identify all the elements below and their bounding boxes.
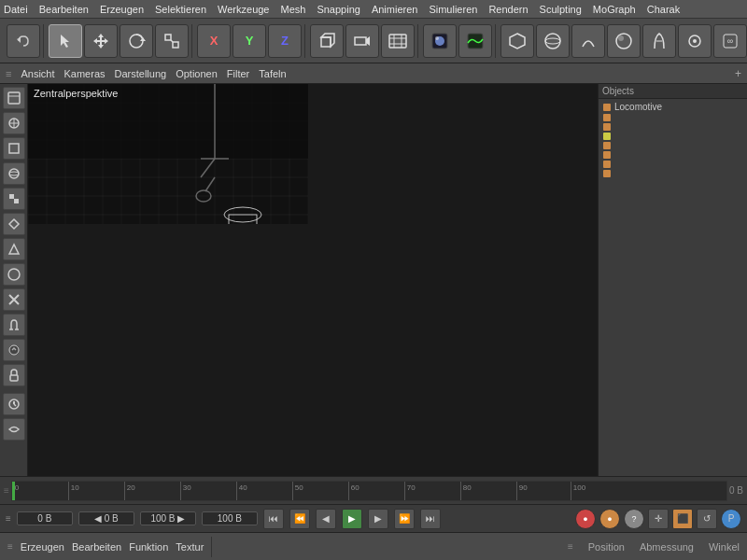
deform-tool[interactable] [571,24,605,58]
render-view[interactable] [458,24,492,58]
ruler-mark-100: 100 [571,482,585,500]
bottom-toolbar: ≡ Erzeugen Bearbeiten Funktion Textur ≡ … [0,532,747,560]
scale-tool[interactable] [155,24,189,58]
axis-x-button[interactable]: X [197,24,231,58]
timeline-ruler[interactable]: 0 10 20 30 40 50 60 70 80 90 100 [11,481,727,501]
left-scale[interactable] [3,162,25,185]
play-button[interactable]: ▶ [342,509,362,529]
list-item[interactable] [600,150,745,160]
create-group [307,24,418,58]
prev-key-button[interactable]: ◀ [316,509,336,529]
bottom-right-grip: ≡ [568,541,573,552]
svg-rect-6 [321,37,331,47]
list-item[interactable]: Locomotive [600,101,745,113]
frame-current[interactable]: 0 B [17,511,73,525]
rotate-tool[interactable] [120,24,153,58]
next-key-button[interactable]: ▶ [368,509,388,529]
left-tool11[interactable] [3,339,25,361]
render-button[interactable] [423,24,457,58]
menu-snapping[interactable]: Snapping [317,4,360,15]
list-item[interactable] [600,169,745,178]
loop-button[interactable]: ↺ [697,509,717,529]
prev-frame-button[interactable]: ⏪ [289,509,310,529]
bottom-bearbeiten[interactable]: Bearbeiten [72,541,121,553]
material-tool[interactable] [607,24,641,58]
view-tafeln[interactable]: Tafeln [259,68,286,79]
menu-erzeugen[interactable]: Erzeugen [100,4,144,15]
left-tool13[interactable] [3,393,25,415]
axis-y-button[interactable]: Y [233,24,266,58]
next-frame-button[interactable]: ⏩ [394,509,415,529]
key-button[interactable]: ⬛ [672,509,693,529]
view-expand[interactable]: + [735,67,741,80]
left-tool8[interactable] [3,263,25,286]
list-item[interactable] [600,122,745,132]
hair-tool[interactable] [642,24,676,58]
list-item[interactable] [600,132,745,141]
view-optionen[interactable]: Optionen [176,68,218,79]
frame-end[interactable]: 100 B ▶ [140,511,196,525]
menu-selektieren[interactable]: Selektieren [155,4,206,15]
move-tool[interactable] [84,24,118,58]
viewport[interactable]: Zentralperspektive [28,84,598,476]
menu-simulieren[interactable]: Simulieren [429,4,477,15]
bottom-erzeugen[interactable]: Erzeugen [21,541,64,553]
select-tool[interactable] [49,24,82,58]
move-gizmo-button[interactable]: ✛ [648,509,669,529]
frame-start[interactable]: ◀ 0 B [78,511,134,525]
left-tool9[interactable] [3,288,25,311]
view-darstellung[interactable]: Darstellung [115,68,167,79]
menu-bearbeiten[interactable]: Bearbeiten [39,4,89,15]
list-item[interactable] [600,160,745,169]
svg-point-23 [693,39,697,43]
obj-color-dot [603,151,611,159]
shape-cube[interactable] [500,24,534,58]
left-select[interactable] [3,87,25,109]
help-button[interactable]: ? [624,509,644,529]
menu-mesh[interactable]: Mesh [280,4,305,15]
ruler-mark-10: 10 [68,482,79,500]
goto-start-button[interactable]: ⏮ [263,509,284,529]
record-button[interactable]: ● [575,509,596,529]
view-filter[interactable]: Filter [227,68,249,79]
left-tool7[interactable] [3,238,25,260]
view-kameras[interactable]: Kameras [64,68,106,79]
undo-button[interactable] [7,24,40,58]
obj-color-dot [603,104,611,111]
goto-end-button[interactable]: ⏭ [420,509,441,529]
list-item[interactable] [600,141,745,150]
axis-z-button[interactable]: Z [268,24,302,58]
render-region[interactable] [381,24,415,58]
bottom-winkel-label: Winkel [709,541,740,553]
camera-tool[interactable] [345,24,379,58]
ruler-mark-90: 90 [516,482,528,500]
left-lock[interactable] [3,364,25,386]
frame-max[interactable]: 100 B [202,511,258,525]
bottom-funktion[interactable]: Funktion [129,541,168,553]
view-ansicht[interactable]: Ansicht [21,68,54,79]
menu-sculpting[interactable]: Sculpting [540,4,582,15]
svg-point-18 [545,38,560,44]
left-move[interactable] [3,112,25,134]
left-tool6[interactable] [3,213,25,235]
menu-charak[interactable]: Charak [647,4,680,15]
menu-werkzeuge[interactable]: Werkzeuge [218,4,269,15]
bottom-textur[interactable]: Textur [176,541,204,553]
menu-animieren[interactable]: Animieren [372,4,418,15]
autokey-button[interactable]: ● [599,509,620,529]
left-magnet[interactable] [3,314,25,336]
menu-datei[interactable]: Datei [4,4,28,15]
list-item[interactable] [600,113,745,122]
render-anim-button[interactable]: P [721,509,741,529]
extra-tool[interactable]: ∞ [713,24,747,58]
cube-tool[interactable] [310,24,344,58]
shape-sphere[interactable] [536,24,570,58]
left-rotate[interactable] [3,137,25,160]
ruler-mark-20: 20 [124,482,135,500]
menu-rendern[interactable]: Rendern [488,4,528,15]
left-tool14[interactable] [3,418,25,441]
brush-tool[interactable] [678,24,712,58]
menu-mograph[interactable]: MoGraph [593,4,636,15]
left-tool5[interactable] [3,188,25,210]
mode-group [46,24,192,58]
